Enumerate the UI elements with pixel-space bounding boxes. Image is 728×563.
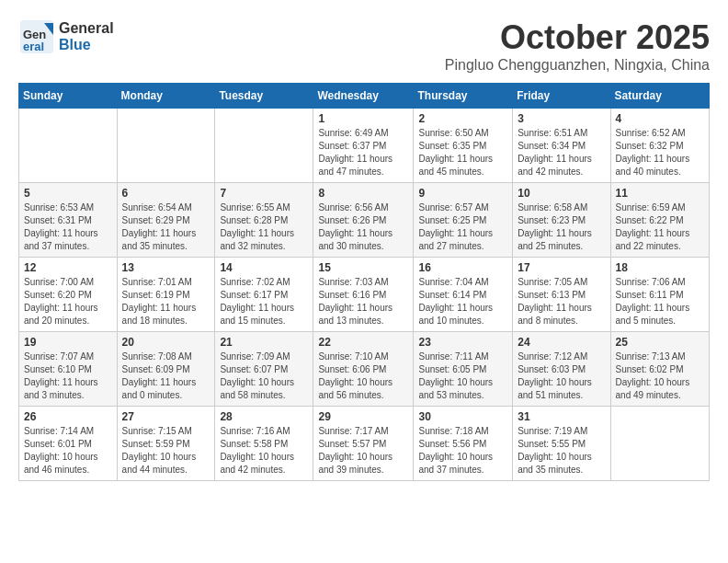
calendar-cell: 29Sunrise: 7:17 AM Sunset: 5:57 PM Dayli… [313, 407, 414, 481]
day-info: Sunrise: 6:58 AM Sunset: 6:23 PM Dayligh… [518, 201, 605, 253]
header-thursday: Thursday [414, 84, 513, 109]
calendar-cell: 11Sunrise: 6:59 AM Sunset: 6:22 PM Dayli… [610, 183, 709, 258]
calendar-cell: 24Sunrise: 7:12 AM Sunset: 6:03 PM Dayli… [513, 332, 610, 407]
day-number: 23 [418, 336, 507, 349]
calendar-cell: 25Sunrise: 7:13 AM Sunset: 6:02 PM Dayli… [610, 332, 709, 407]
day-info: Sunrise: 6:52 AM Sunset: 6:32 PM Dayligh… [616, 127, 704, 178]
day-info: Sunrise: 7:11 AM Sunset: 6:05 PM Dayligh… [418, 350, 507, 402]
header-saturday: Saturday [610, 84, 709, 109]
calendar-cell [117, 109, 215, 183]
day-number: 12 [24, 261, 112, 274]
calendar-header-row: SundayMondayTuesdayWednesdayThursdayFrid… [19, 84, 710, 109]
calendar-cell: 16Sunrise: 7:04 AM Sunset: 6:14 PM Dayli… [414, 258, 513, 332]
day-info: Sunrise: 7:05 AM Sunset: 6:13 PM Dayligh… [518, 276, 605, 327]
calendar-cell: 7Sunrise: 6:55 AM Sunset: 6:28 PM Daylig… [215, 183, 313, 258]
logo-blue: Blue [59, 37, 114, 53]
day-info: Sunrise: 6:53 AM Sunset: 6:31 PM Dayligh… [24, 201, 112, 253]
calendar-cell: 9Sunrise: 6:57 AM Sunset: 6:25 PM Daylig… [414, 183, 513, 258]
logo: Gen eral General Blue [18, 18, 114, 55]
calendar-cell: 22Sunrise: 7:10 AM Sunset: 6:06 PM Dayli… [313, 332, 414, 407]
day-info: Sunrise: 7:18 AM Sunset: 5:56 PM Dayligh… [418, 425, 507, 477]
day-info: Sunrise: 6:51 AM Sunset: 6:34 PM Dayligh… [518, 127, 605, 178]
calendar-cell: 30Sunrise: 7:18 AM Sunset: 5:56 PM Dayli… [414, 407, 513, 481]
calendar-cell: 27Sunrise: 7:15 AM Sunset: 5:59 PM Dayli… [117, 407, 215, 481]
day-number: 17 [518, 261, 605, 274]
day-number: 11 [616, 187, 704, 200]
calendar-cell: 17Sunrise: 7:05 AM Sunset: 6:13 PM Dayli… [513, 258, 610, 332]
calendar-cell: 14Sunrise: 7:02 AM Sunset: 6:17 PM Dayli… [215, 258, 313, 332]
day-info: Sunrise: 7:10 AM Sunset: 6:06 PM Dayligh… [318, 350, 408, 402]
day-number: 2 [418, 112, 507, 125]
day-number: 24 [518, 336, 605, 349]
calendar-cell: 1Sunrise: 6:49 AM Sunset: 6:37 PM Daylig… [313, 109, 414, 183]
day-info: Sunrise: 7:14 AM Sunset: 6:01 PM Dayligh… [24, 425, 112, 477]
calendar-cell: 12Sunrise: 7:00 AM Sunset: 6:20 PM Dayli… [19, 258, 118, 332]
day-info: Sunrise: 6:54 AM Sunset: 6:29 PM Dayligh… [122, 201, 210, 253]
day-info: Sunrise: 7:04 AM Sunset: 6:14 PM Dayligh… [418, 276, 507, 327]
day-number: 14 [220, 261, 308, 274]
calendar-cell: 28Sunrise: 7:16 AM Sunset: 5:58 PM Dayli… [215, 407, 313, 481]
day-number: 31 [518, 410, 605, 423]
calendar-cell: 6Sunrise: 6:54 AM Sunset: 6:29 PM Daylig… [117, 183, 215, 258]
day-info: Sunrise: 7:09 AM Sunset: 6:07 PM Dayligh… [220, 350, 308, 402]
day-number: 28 [220, 410, 308, 423]
day-number: 6 [122, 187, 210, 200]
calendar-cell: 8Sunrise: 6:56 AM Sunset: 6:26 PM Daylig… [313, 183, 414, 258]
day-info: Sunrise: 7:07 AM Sunset: 6:10 PM Dayligh… [24, 350, 112, 402]
calendar-cell: 20Sunrise: 7:08 AM Sunset: 6:09 PM Dayli… [117, 332, 215, 407]
calendar-cell: 2Sunrise: 6:50 AM Sunset: 6:35 PM Daylig… [414, 109, 513, 183]
header-monday: Monday [117, 84, 215, 109]
day-number: 4 [616, 112, 704, 125]
day-info: Sunrise: 6:56 AM Sunset: 6:26 PM Dayligh… [318, 201, 408, 253]
day-number: 20 [122, 336, 210, 349]
calendar-cell: 21Sunrise: 7:09 AM Sunset: 6:07 PM Dayli… [215, 332, 313, 407]
day-number: 29 [318, 410, 408, 423]
day-number: 15 [318, 261, 408, 274]
day-info: Sunrise: 7:17 AM Sunset: 5:57 PM Dayligh… [318, 425, 408, 477]
day-number: 18 [616, 261, 704, 274]
day-info: Sunrise: 6:55 AM Sunset: 6:28 PM Dayligh… [220, 201, 308, 253]
day-info: Sunrise: 7:16 AM Sunset: 5:58 PM Dayligh… [220, 425, 308, 477]
week-row-5: 26Sunrise: 7:14 AM Sunset: 6:01 PM Dayli… [19, 407, 710, 481]
calendar-table: SundayMondayTuesdayWednesdayThursdayFrid… [18, 83, 710, 481]
day-info: Sunrise: 6:50 AM Sunset: 6:35 PM Dayligh… [418, 127, 507, 178]
day-info: Sunrise: 7:08 AM Sunset: 6:09 PM Dayligh… [122, 350, 210, 402]
week-row-2: 5Sunrise: 6:53 AM Sunset: 6:31 PM Daylig… [19, 183, 710, 258]
calendar-cell [19, 109, 118, 183]
location-title: Pingluo Chengguanzhen, Ningxia, China [445, 57, 710, 74]
calendar-cell: 13Sunrise: 7:01 AM Sunset: 6:19 PM Dayli… [117, 258, 215, 332]
calendar-cell: 31Sunrise: 7:19 AM Sunset: 5:55 PM Dayli… [513, 407, 610, 481]
day-info: Sunrise: 7:00 AM Sunset: 6:20 PM Dayligh… [24, 276, 112, 327]
day-number: 19 [24, 336, 112, 349]
day-info: Sunrise: 7:01 AM Sunset: 6:19 PM Dayligh… [122, 276, 210, 327]
day-info: Sunrise: 7:15 AM Sunset: 5:59 PM Dayligh… [122, 425, 210, 477]
day-number: 26 [24, 410, 112, 423]
day-info: Sunrise: 7:19 AM Sunset: 5:55 PM Dayligh… [518, 425, 605, 477]
day-number: 27 [122, 410, 210, 423]
day-number: 30 [418, 410, 507, 423]
calendar-cell: 19Sunrise: 7:07 AM Sunset: 6:10 PM Dayli… [19, 332, 118, 407]
calendar-cell: 5Sunrise: 6:53 AM Sunset: 6:31 PM Daylig… [19, 183, 118, 258]
calendar-cell: 23Sunrise: 7:11 AM Sunset: 6:05 PM Dayli… [414, 332, 513, 407]
day-number: 7 [220, 187, 308, 200]
header-tuesday: Tuesday [215, 84, 313, 109]
day-info: Sunrise: 7:06 AM Sunset: 6:11 PM Dayligh… [616, 276, 704, 327]
day-number: 25 [616, 336, 704, 349]
page-header: Gen eral General Blue October 2025 Pingl… [18, 18, 710, 74]
day-info: Sunrise: 7:13 AM Sunset: 6:02 PM Dayligh… [616, 350, 704, 402]
day-number: 8 [318, 187, 408, 200]
day-info: Sunrise: 7:03 AM Sunset: 6:16 PM Dayligh… [318, 276, 408, 327]
svg-text:eral: eral [23, 40, 44, 53]
day-info: Sunrise: 6:59 AM Sunset: 6:22 PM Dayligh… [616, 201, 704, 253]
week-row-4: 19Sunrise: 7:07 AM Sunset: 6:10 PM Dayli… [19, 332, 710, 407]
calendar-cell: 3Sunrise: 6:51 AM Sunset: 6:34 PM Daylig… [513, 109, 610, 183]
header-friday: Friday [513, 84, 610, 109]
calendar-cell: 18Sunrise: 7:06 AM Sunset: 6:11 PM Dayli… [610, 258, 709, 332]
day-number: 22 [318, 336, 408, 349]
day-number: 13 [122, 261, 210, 274]
day-number: 1 [318, 112, 408, 125]
week-row-3: 12Sunrise: 7:00 AM Sunset: 6:20 PM Dayli… [19, 258, 710, 332]
month-title: October 2025 [445, 18, 710, 57]
day-info: Sunrise: 7:02 AM Sunset: 6:17 PM Dayligh… [220, 276, 308, 327]
day-number: 21 [220, 336, 308, 349]
